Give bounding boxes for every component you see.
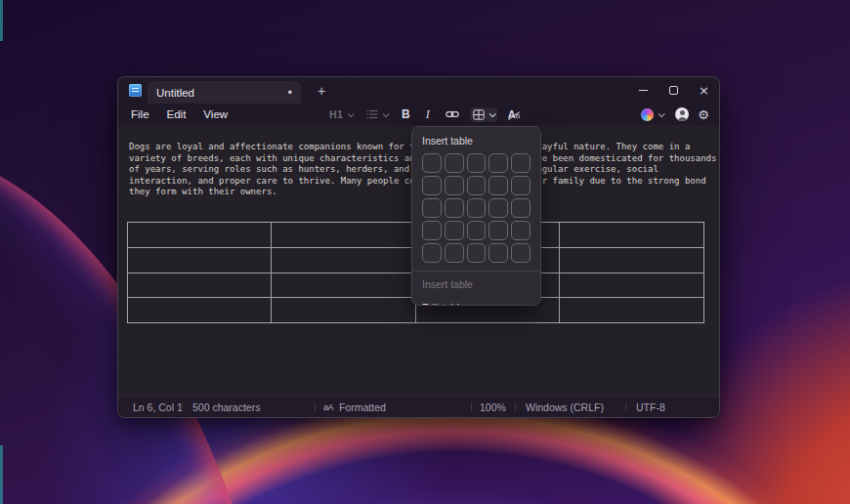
link-icon [446, 110, 459, 118]
table-size-cell[interactable] [489, 221, 508, 240]
insert-table-flyout: Insert table Insert table Edit table › [411, 126, 541, 306]
notepad-window: Untitled • + × File Edit View H1 [117, 76, 720, 418]
table-icon [473, 109, 485, 120]
titlebar[interactable]: Untitled • + × [118, 77, 719, 104]
link-button[interactable] [443, 108, 462, 120]
table-size-cell[interactable] [467, 153, 487, 173]
window-controls: × [628, 77, 719, 104]
flyout-title: Insert table [412, 127, 540, 151]
clear-formatting-button[interactable]: Ab [505, 106, 523, 122]
table-size-cell[interactable] [445, 221, 464, 240]
table-size-cell[interactable] [467, 221, 487, 240]
account-button[interactable] [675, 107, 689, 121]
table-size-cell[interactable] [422, 198, 442, 218]
table-size-cell[interactable] [445, 198, 464, 218]
status-formatted: aA Formatted [316, 398, 472, 417]
chevron-down-icon [489, 110, 495, 117]
statusbar: Ln 6, Col 1 500 characters aA Formatted … [118, 397, 719, 417]
status-cursor-position: Ln 6, Col 1 [118, 398, 183, 417]
status-encoding: UTF-8 [626, 398, 719, 417]
table-size-cell[interactable] [511, 176, 531, 195]
table-cell[interactable] [272, 248, 415, 273]
table-cell[interactable] [560, 298, 703, 322]
maximize-button[interactable] [659, 77, 689, 104]
table-size-cell[interactable] [511, 243, 531, 263]
wallpaper-edge-glow [0, 445, 3, 504]
copilot-button[interactable] [638, 106, 666, 123]
titlebar-right-tools: ⚙ [638, 104, 709, 125]
list-icon [366, 109, 378, 119]
table-size-cell[interactable] [445, 243, 464, 263]
submenu-chevron-icon: › [527, 302, 531, 306]
table-size-cell[interactable] [467, 176, 487, 195]
table-size-cell[interactable] [511, 153, 531, 173]
copilot-icon [641, 108, 654, 121]
minimize-icon [639, 90, 648, 91]
table-size-cell[interactable] [445, 176, 464, 195]
table-size-cell[interactable] [422, 221, 442, 240]
close-icon: × [699, 84, 709, 97]
new-tab-button[interactable]: + [312, 82, 331, 100]
clear-formatting-icon: Ab [508, 108, 520, 120]
chevron-down-icon [383, 110, 390, 117]
minimize-button[interactable] [628, 77, 659, 104]
table-size-cell[interactable] [422, 243, 442, 263]
italic-button[interactable]: I [421, 105, 435, 124]
table-size-cell[interactable] [511, 221, 531, 240]
menu-edit[interactable]: Edit [158, 108, 195, 120]
notepad-app-icon [129, 84, 142, 97]
table-size-cell[interactable] [489, 176, 508, 195]
table-size-cell[interactable] [489, 153, 508, 173]
flyout-edit-table-item[interactable]: Edit table › [412, 294, 540, 306]
table-cell[interactable] [560, 248, 703, 273]
table-cell[interactable] [272, 273, 415, 299]
chevron-down-icon [659, 110, 665, 117]
table-cell[interactable] [128, 248, 272, 273]
table-size-cell[interactable] [489, 243, 508, 263]
table-cell[interactable] [560, 273, 703, 299]
table-cell[interactable] [272, 298, 415, 322]
table-size-picker [422, 153, 531, 263]
chevron-down-icon [348, 110, 355, 117]
list-style-button[interactable] [363, 107, 391, 121]
table-cell[interactable] [272, 223, 415, 248]
menu-file[interactable]: File [122, 108, 158, 120]
table-size-cell[interactable] [467, 243, 487, 263]
heading-style-button[interactable]: H1 [326, 106, 356, 122]
wallpaper-edge-glow [0, 0, 3, 41]
insert-table-button[interactable] [470, 107, 497, 122]
table-cell[interactable] [128, 273, 272, 299]
menubar: File Edit View H1 [118, 104, 719, 125]
table-size-cell[interactable] [467, 198, 487, 218]
unsaved-indicator-icon: • [287, 88, 292, 98]
desktop: Untitled • + × File Edit View H1 [0, 0, 850, 504]
status-character-count: 500 characters [183, 398, 316, 417]
table-size-cell[interactable] [445, 153, 464, 173]
maximize-icon [669, 86, 678, 95]
table-cell[interactable] [128, 223, 272, 248]
settings-gear-icon[interactable]: ⚙ [698, 108, 709, 121]
bold-button[interactable]: B [399, 105, 413, 123]
table-cell[interactable] [128, 298, 272, 322]
format-toolbar: H1 B I [326, 104, 523, 125]
close-button[interactable]: × [689, 77, 719, 104]
table-size-cell[interactable] [422, 153, 442, 173]
table-size-cell[interactable] [511, 198, 531, 218]
tab-title: Untitled [156, 87, 287, 99]
status-line-ending: Windows (CRLF) [516, 398, 626, 417]
table-cell[interactable] [560, 223, 703, 248]
menu-view[interactable]: View [194, 108, 236, 120]
table-size-cell[interactable] [489, 198, 508, 218]
table-size-cell[interactable] [422, 176, 442, 195]
text-format-icon: aA [323, 402, 333, 412]
tab-untitled[interactable]: Untitled • [148, 81, 301, 104]
status-zoom-level[interactable]: 100% [472, 398, 516, 417]
flyout-insert-table-item: Insert table [412, 272, 540, 294]
